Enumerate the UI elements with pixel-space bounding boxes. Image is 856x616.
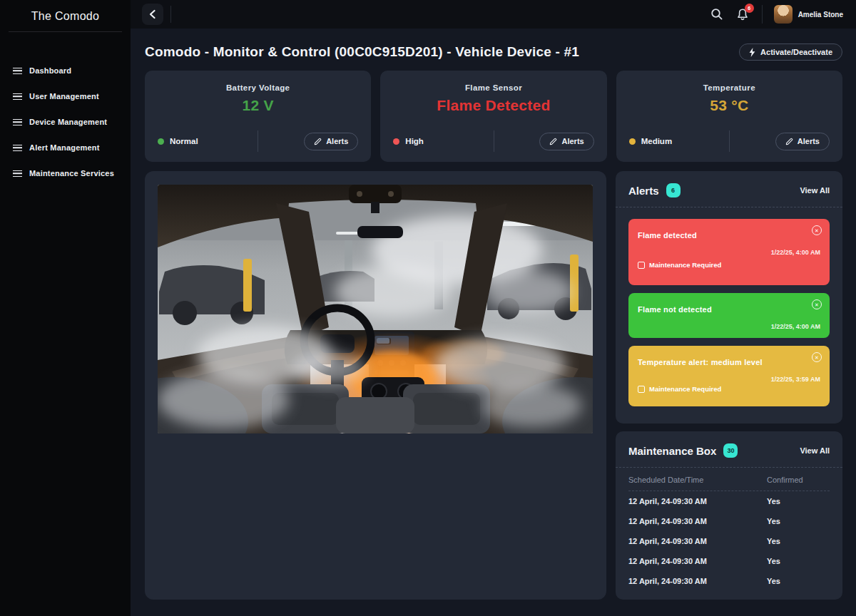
user-name: Amelia Stone [798, 11, 843, 19]
alert-card-flame-not-detected[interactable]: ✕ Flame not detected 1/22/25, 4:00 AM [628, 293, 830, 338]
menu-icon [13, 170, 22, 177]
vehicle-image-card [145, 171, 606, 600]
pencil-icon [314, 138, 322, 145]
menu-icon [13, 145, 22, 151]
sidebar-divider [9, 31, 122, 32]
sidebar-item-label: User Management [29, 92, 99, 101]
sensor-card-temperature: Temperature 53 °C Medium [616, 71, 842, 162]
dismiss-alert-icon[interactable]: ✕ [812, 299, 822, 309]
status-dot [629, 138, 636, 145]
sensor-value: 12 V [145, 97, 371, 114]
status-group: High [393, 137, 493, 145]
pencil-icon [549, 138, 557, 145]
sensor-label: Flame Sensor [380, 83, 606, 92]
activate-deactivate-label: Activate/Deactivate [760, 48, 832, 56]
alerts-view-all-link[interactable]: View All [800, 186, 830, 195]
maintenance-checkbox[interactable] [638, 386, 645, 393]
alerts-panel-title: Alerts [628, 185, 659, 197]
content: Comodo - Monitor & Control (00C0C915D201… [131, 29, 856, 616]
pencil-icon [785, 138, 793, 145]
avatar [774, 5, 793, 24]
alert-timestamp: 1/22/25, 4:00 AM [638, 323, 820, 330]
status-label: Normal [170, 137, 198, 145]
temperature-alerts-button[interactable]: Alerts [775, 133, 830, 150]
notifications-button[interactable]: 6 [736, 8, 749, 21]
sidebar-item-user-management[interactable]: User Management [0, 83, 131, 109]
app-window: The Comodo Dashboard User Management Dev… [0, 0, 856, 616]
search-icon [710, 8, 723, 21]
maintenance-required-row: Maintenance Required [638, 261, 820, 269]
activate-deactivate-button[interactable]: Activate/Deactivate [739, 43, 842, 61]
sensor-value: 53 °C [616, 97, 842, 114]
table-row[interactable]: 12 April, 24-09:30 AM Yes [628, 571, 830, 591]
row-date: 12 April, 24-09:30 AM [628, 537, 767, 545]
maintenance-checkbox[interactable] [638, 262, 645, 269]
app-logo-title: The Comodo [0, 0, 131, 31]
table-row[interactable]: 12 April, 24-09:30 AM Yes [628, 491, 830, 511]
row-confirmed: Yes [767, 577, 830, 585]
lightning-bolt-icon [749, 48, 755, 57]
column-header-confirmed: Confirmed [767, 476, 830, 484]
row-confirmed: Yes [767, 557, 830, 565]
maintenance-table: Scheduled Date/Time Confirmed 12 April, … [616, 468, 842, 600]
row-date: 12 April, 24-09:30 AM [628, 517, 767, 525]
menu-icon [13, 68, 22, 74]
row-confirmed: Yes [767, 497, 830, 505]
sensor-value: Flame Detected [380, 97, 606, 114]
alerts-button-label: Alerts [326, 137, 348, 145]
status-dot [158, 138, 164, 145]
menu-icon [13, 119, 22, 125]
row-confirmed: Yes [767, 517, 830, 525]
maintenance-table-header: Scheduled Date/Time Confirmed [628, 468, 830, 491]
alerts-panel-header: Alerts 6 View All [616, 171, 842, 207]
maintenance-panel-header: Maintenance Box 30 View All [616, 431, 842, 467]
alert-title: Temperature alert: medium level [638, 354, 820, 366]
alerts-button-label: Alerts [798, 137, 820, 145]
table-row[interactable]: 12 April, 24-09:30 AM Yes [628, 531, 830, 551]
alerts-list: ✕ Flame detected 1/22/25, 4:00 AM Mainte… [616, 207, 842, 416]
table-row[interactable]: 12 April, 24-09:30 AM Yes [628, 511, 830, 531]
main-area: 6 Amelia Stone Comodo - Monitor & Contro… [131, 0, 856, 616]
alert-title: Flame detected [638, 227, 820, 240]
user-menu[interactable]: Amelia Stone [762, 5, 843, 24]
sidebar: The Comodo Dashboard User Management Dev… [0, 0, 131, 616]
alerts-count-badge: 6 [666, 183, 681, 197]
status-group: Medium [629, 137, 729, 145]
row-date: 12 April, 24-09:30 AM [628, 577, 767, 585]
search-button[interactable] [710, 8, 723, 21]
sensor-label: Battery Voltage [145, 83, 371, 92]
alerts-panel: Alerts 6 View All ✕ Flame detected 1/22/… [616, 171, 842, 423]
row-confirmed: Yes [767, 537, 830, 545]
alert-card-flame-detected[interactable]: ✕ Flame detected 1/22/25, 4:00 AM Mainte… [628, 219, 830, 285]
dismiss-alert-icon[interactable]: ✕ [812, 352, 822, 362]
row-date: 12 April, 24-09:30 AM [628, 557, 767, 565]
battery-alerts-button[interactable]: Alerts [304, 133, 358, 150]
sensor-footer: Medium Alerts [616, 130, 842, 152]
maintenance-view-all-link[interactable]: View All [800, 446, 830, 455]
flame-alerts-button[interactable]: Alerts [539, 133, 593, 150]
sensor-card-flame-sensor: Flame Sensor Flame Detected High [380, 71, 606, 162]
table-row[interactable]: 12 April, 24-09:30 AM Yes [628, 551, 830, 571]
sidebar-item-maintenance-services[interactable]: Maintenance Services [0, 160, 131, 186]
sidebar-item-dashboard[interactable]: Dashboard [0, 58, 131, 83]
right-column: Alerts 6 View All ✕ Flame detected 1/22/… [616, 171, 842, 600]
sensor-cards-row: Battery Voltage 12 V Normal [145, 71, 842, 162]
maintenance-count-badge: 30 [723, 443, 738, 458]
notification-badge: 6 [745, 4, 754, 13]
sidebar-item-label: Alert Management [29, 143, 100, 152]
sidebar-item-device-management[interactable]: Device Management [0, 109, 131, 135]
page-title: Comodo - Monitor & Control (00C0C915D201… [145, 44, 579, 60]
alert-title: Flame not detected [638, 301, 820, 314]
topbar-divider [170, 6, 171, 23]
dismiss-alert-icon[interactable]: ✕ [812, 225, 822, 235]
back-button[interactable] [142, 4, 163, 25]
alert-card-temperature-medium[interactable]: ✕ Temperature alert: medium level 1/22/2… [628, 346, 830, 406]
sensor-footer: High Alerts [380, 130, 606, 152]
sidebar-item-alert-management[interactable]: Alert Management [0, 135, 131, 160]
status-label: High [405, 137, 424, 145]
sensor-footer: Normal Alerts [145, 130, 371, 152]
maintenance-box-panel: Maintenance Box 30 View All Scheduled Da… [616, 431, 842, 600]
maintenance-required-label: Maintenance Required [649, 261, 721, 269]
topbar: 6 Amelia Stone [131, 0, 856, 29]
sidebar-item-label: Dashboard [29, 66, 71, 75]
